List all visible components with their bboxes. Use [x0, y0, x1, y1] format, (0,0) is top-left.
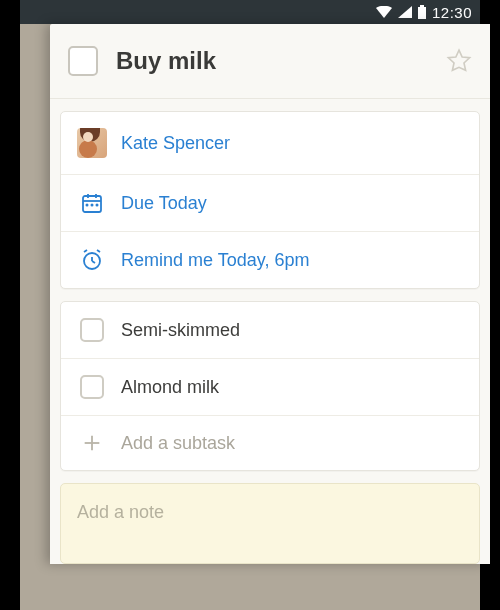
due-date-label: Due Today	[121, 193, 207, 214]
subtask-item[interactable]: Semi-skimmed	[61, 302, 479, 359]
plus-icon	[77, 432, 107, 454]
wifi-icon	[376, 6, 392, 18]
svg-line-11	[92, 261, 95, 263]
task-checkbox[interactable]	[68, 46, 98, 76]
assignee-name: Kate Spencer	[121, 133, 230, 154]
calendar-icon	[77, 191, 107, 215]
cellular-icon	[398, 6, 412, 18]
subtask-label: Almond milk	[121, 377, 219, 398]
subtask-checkbox[interactable]	[80, 318, 104, 342]
due-date-row[interactable]: Due Today	[61, 175, 479, 232]
svg-line-12	[84, 250, 87, 252]
svg-line-13	[97, 250, 100, 252]
add-subtask-row[interactable]: Add a subtask	[61, 416, 479, 470]
subtask-checkbox[interactable]	[80, 375, 104, 399]
alarm-icon	[77, 248, 107, 272]
svg-rect-1	[420, 5, 424, 7]
battery-icon	[418, 5, 426, 19]
add-subtask-label: Add a subtask	[121, 433, 235, 454]
clock-text: 12:30	[432, 4, 472, 21]
note-section[interactable]: Add a note	[60, 483, 480, 564]
reminder-label: Remind me Today, 6pm	[121, 250, 309, 271]
reminder-row[interactable]: Remind me Today, 6pm	[61, 232, 479, 288]
subtask-label: Semi-skimmed	[121, 320, 240, 341]
subtask-item[interactable]: Almond milk	[61, 359, 479, 416]
phone-frame: 12:30 Buy milk Kate Spencer Due Today	[20, 0, 480, 610]
meta-section: Kate Spencer Due Today Remind me Today, …	[60, 111, 480, 289]
task-detail-sheet: Buy milk Kate Spencer Due Today	[50, 24, 490, 564]
task-header: Buy milk	[50, 24, 490, 98]
note-placeholder: Add a note	[77, 502, 463, 523]
status-bar: 12:30	[20, 0, 480, 24]
star-icon[interactable]	[446, 48, 472, 74]
divider	[50, 98, 490, 99]
assignee-row[interactable]: Kate Spencer	[61, 112, 479, 175]
subtasks-section: Semi-skimmed Almond milk Add a subtask	[60, 301, 480, 471]
svg-rect-0	[418, 7, 426, 19]
task-title[interactable]: Buy milk	[116, 47, 446, 75]
avatar	[77, 128, 107, 158]
